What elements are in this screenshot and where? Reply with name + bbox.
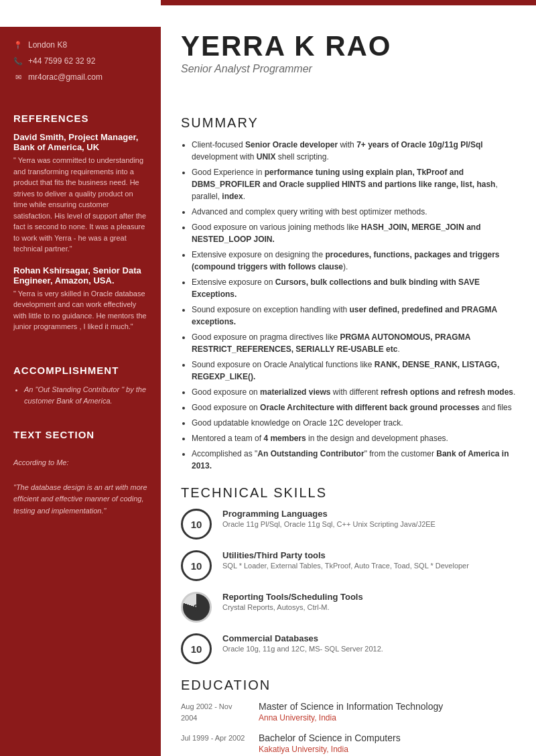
skill-label-reporting: Reporting Tools/Scheduling Tools xyxy=(222,592,516,602)
edu-school-bachelors: Kakatiya University, India xyxy=(259,745,516,754)
accomplishment-list: An "Out Standing Contributor " by the cu… xyxy=(13,384,147,407)
text-section-label: According to Me: xyxy=(13,458,147,466)
skill-info-databases: Commercial Databases Oracle 10g, 11g and… xyxy=(222,633,516,653)
skill-item-reporting: 8 Reporting Tools/Scheduling Tools Cryst… xyxy=(181,592,516,623)
summary-item: Good exposure on Oracle Architecture wit… xyxy=(192,401,516,414)
summary-item: Good exposure on various joining methods… xyxy=(192,221,516,245)
skill-label-databases: Commercial Databases xyxy=(222,633,516,643)
technical-skills-title: TECHNICAL SKILLS xyxy=(181,485,516,501)
summary-item: Advanced and complex query writing with … xyxy=(192,206,516,218)
skill-circle-reporting: 8 xyxy=(181,592,212,623)
edu-degree-bachelors: Bachelor of Science in Computers xyxy=(259,733,516,743)
skill-score-reporting: 8 xyxy=(194,602,199,613)
skill-desc-reporting: Crystal Reports, Autosys, Ctrl-M. xyxy=(222,603,516,611)
skill-info-programming: Programming Languages Oracle 11g Pl/Sql,… xyxy=(222,509,516,528)
edu-info-bachelors: Bachelor of Science in Computers Kakatiy… xyxy=(259,733,516,754)
edu-item-masters: Aug 2002 - Nov 2004 Master of Science in… xyxy=(181,701,516,723)
candidate-name: YERRA K RAO xyxy=(181,32,516,60)
summary-item: Sound exposure on Oracle Analytical func… xyxy=(192,359,516,383)
reference-2-name: Rohan Kshirsagar, Senior Data Engineer, … xyxy=(13,265,147,286)
sidebar-top-bar xyxy=(0,0,161,27)
text-section-content: "The database design is an art with more… xyxy=(13,482,147,517)
reference-1-quote: " Yerra was committed to understanding a… xyxy=(13,155,147,255)
reference-1: David Smith, Project Manager, Bank of Am… xyxy=(13,132,147,255)
reference-2-quote: " Yerra is very skilled in Oracle databa… xyxy=(13,288,147,332)
skill-circle-utilities: 10 xyxy=(181,550,212,581)
accomplishment-section: ACCOMPLISHMENT An "Out Standing Contribu… xyxy=(0,354,161,418)
skill-score-programming: 10 xyxy=(191,519,202,530)
summary-item: Good updatable knowledge on Oracle 12C d… xyxy=(192,417,516,429)
accomplishment-title: ACCOMPLISHMENT xyxy=(13,365,147,376)
reference-1-name: David Smith, Project Manager, Bank of Am… xyxy=(13,132,147,152)
summary-item: Extensive exposure on designing the proc… xyxy=(192,249,516,273)
candidate-title: Senior Analyst Programmer xyxy=(181,63,516,75)
summary-item: Extensive exposure on Cursors, bulk coll… xyxy=(192,276,516,300)
summary-item: Good exposure on pragma directives like … xyxy=(192,331,516,355)
skill-info-reporting: Reporting Tools/Scheduling Tools Crystal… xyxy=(222,592,516,611)
skill-item-programming: 10 Programming Languages Oracle 11g Pl/S… xyxy=(181,509,516,540)
skill-desc-utilities: SQL * Loader, External Tables, TkProof, … xyxy=(222,562,516,570)
contact-email: ✉ mr4orac@gmail.com xyxy=(13,72,147,82)
summary-list: Client-focused Senior Oracle developer w… xyxy=(181,139,516,472)
edu-date-bachelors: Jul 1999 - Apr 2002 xyxy=(181,733,248,754)
references-title: REFERENCES xyxy=(13,113,147,124)
text-section-title: TEXT SECTION xyxy=(13,429,147,440)
edu-degree-masters: Master of Science in Information Technol… xyxy=(259,701,516,712)
accomplishment-item: An "Out Standing Contributor " by the cu… xyxy=(24,384,147,407)
header-accent-bar xyxy=(161,0,536,5)
edu-date-masters: Aug 2002 - Nov 2004 xyxy=(181,701,248,723)
contact-location: 📍 London K8 xyxy=(13,40,147,50)
main-header: YERRA K RAO Senior Analyst Programmer xyxy=(161,5,536,88)
email-text: mr4orac@gmail.com xyxy=(28,72,103,82)
main-content: YERRA K RAO Senior Analyst Programmer SU… xyxy=(161,0,536,756)
main-body: SUMMARY Client-focused Senior Oracle dev… xyxy=(161,88,536,756)
edu-item-bachelors: Jul 1999 - Apr 2002 Bachelor of Science … xyxy=(181,733,516,754)
email-icon: ✉ xyxy=(13,73,23,82)
skill-score-databases: 10 xyxy=(191,643,202,655)
summary-item: Sound exposure on exception handling wit… xyxy=(192,304,516,328)
location-text: London K8 xyxy=(28,40,67,50)
skill-desc-databases: Oracle 10g, 11g and 12C, MS- SQL Server … xyxy=(222,645,516,653)
summary-item: Client-focused Senior Oracle developer w… xyxy=(192,139,516,163)
edu-info-masters: Master of Science in Information Technol… xyxy=(259,701,516,723)
phone-text: +44 7599 62 32 92 xyxy=(28,56,95,66)
skill-item-databases: 10 Commercial Databases Oracle 10g, 11g … xyxy=(181,633,516,664)
contact-phone: 📞 +44 7599 62 32 92 xyxy=(13,56,147,66)
sidebar: 📍 London K8 📞 +44 7599 62 32 92 ✉ mr4ora… xyxy=(0,0,161,756)
edu-school-masters: Anna University, India xyxy=(259,713,516,722)
education-title: EDUCATION xyxy=(181,678,516,693)
skill-circle-databases: 10 xyxy=(181,633,212,664)
resume-page: 📍 London K8 📞 +44 7599 62 32 92 ✉ mr4ora… xyxy=(0,0,536,756)
summary-item: Accomplished as "An Outstanding Contribu… xyxy=(192,448,516,472)
skill-label-utilities: Utilities/Third Party tools xyxy=(222,550,516,560)
skill-info-utilities: Utilities/Third Party tools SQL * Loader… xyxy=(222,550,516,570)
skill-label-programming: Programming Languages xyxy=(222,509,516,519)
skill-score-utilities: 10 xyxy=(191,560,202,572)
summary-item: Mentored a team of 4 members in the desi… xyxy=(192,432,516,444)
skill-desc-programming: Oracle 11g Pl/Sql, Oracle 11g Sql, C++ U… xyxy=(222,520,516,528)
skill-circle-programming: 10 xyxy=(181,509,212,540)
contact-section: 📍 London K8 📞 +44 7599 62 32 92 ✉ mr4ora… xyxy=(0,27,161,102)
summary-section-title: SUMMARY xyxy=(181,115,516,131)
summary-item: Good exposure on materialized views with… xyxy=(192,386,516,398)
phone-icon: 📞 xyxy=(13,57,23,66)
summary-item: Good Experience in performance tuning us… xyxy=(192,166,516,202)
reference-2: Rohan Kshirsagar, Senior Data Engineer, … xyxy=(13,265,147,332)
location-icon: 📍 xyxy=(13,41,23,50)
text-section: TEXT SECTION According to Me: "The datab… xyxy=(0,418,161,528)
references-section: REFERENCES David Smith, Project Manager,… xyxy=(0,102,161,354)
skill-item-utilities: 10 Utilities/Third Party tools SQL * Loa… xyxy=(181,550,516,581)
